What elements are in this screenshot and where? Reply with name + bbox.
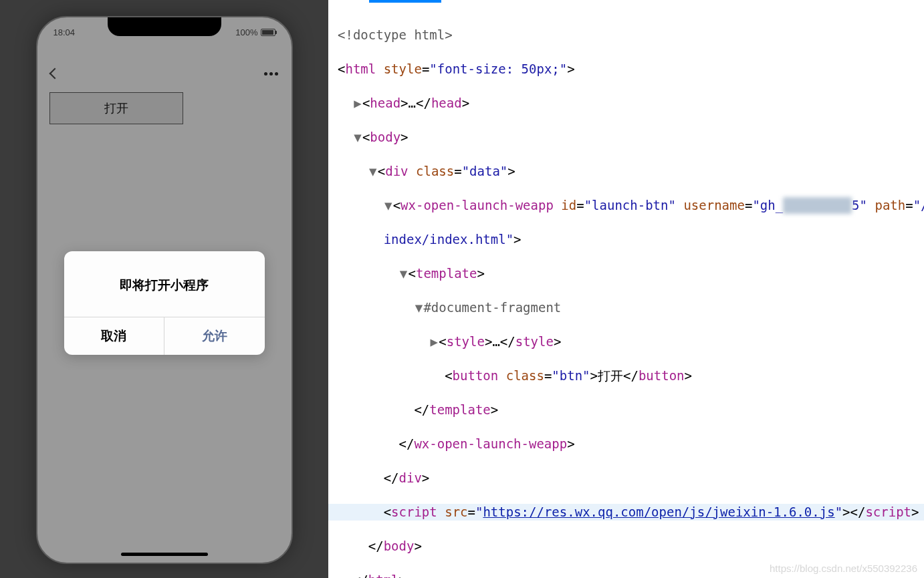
- collapse-icon[interactable]: ▼: [399, 265, 409, 283]
- collapse-icon[interactable]: ▼: [414, 299, 423, 317]
- collapse-icon[interactable]: ▼: [353, 129, 362, 146]
- status-time: 18:04: [53, 27, 76, 37]
- simulator-panel: 18:04 100% 打开 即将打开小程序 取消 允许: [0, 0, 328, 578]
- status-battery-pct: 100%: [235, 27, 257, 37]
- selected-element[interactable]: <script src="https://res.wx.qq.com/open/…: [328, 504, 924, 521]
- collapse-icon[interactable]: ▼: [368, 163, 378, 180]
- watermark: https://blog.csdn.net/x550392236: [770, 563, 917, 574]
- devtools-panel: <!doctype html> <html style="font-size: …: [328, 0, 924, 578]
- tab-underline: [369, 0, 441, 3]
- expand-icon[interactable]: ▶: [429, 333, 439, 351]
- dialog-actions: 取消 允许: [64, 317, 265, 355]
- more-icon[interactable]: [264, 72, 278, 76]
- dialog-title: 即将打开小程序: [64, 251, 265, 317]
- redacted-username: xxxxxxxxx: [783, 197, 852, 214]
- battery-icon: [261, 29, 275, 36]
- confirm-dialog: 即将打开小程序 取消 允许: [64, 251, 265, 355]
- open-button[interactable]: 打开: [49, 92, 183, 124]
- phone-notch: [108, 17, 221, 36]
- expand-icon[interactable]: ▶: [353, 95, 362, 112]
- elements-tree[interactable]: <!doctype html> <html style="font-size: …: [328, 0, 924, 578]
- dialog-cancel-button[interactable]: 取消: [64, 317, 165, 355]
- back-icon[interactable]: [49, 68, 60, 80]
- collapse-icon[interactable]: ▼: [384, 197, 393, 214]
- home-indicator: [121, 553, 208, 556]
- dialog-allow-button[interactable]: 允许: [164, 317, 265, 355]
- nav-bar: [37, 59, 292, 88]
- phone-frame: 18:04 100% 打开 即将打开小程序 取消 允许: [36, 16, 293, 564]
